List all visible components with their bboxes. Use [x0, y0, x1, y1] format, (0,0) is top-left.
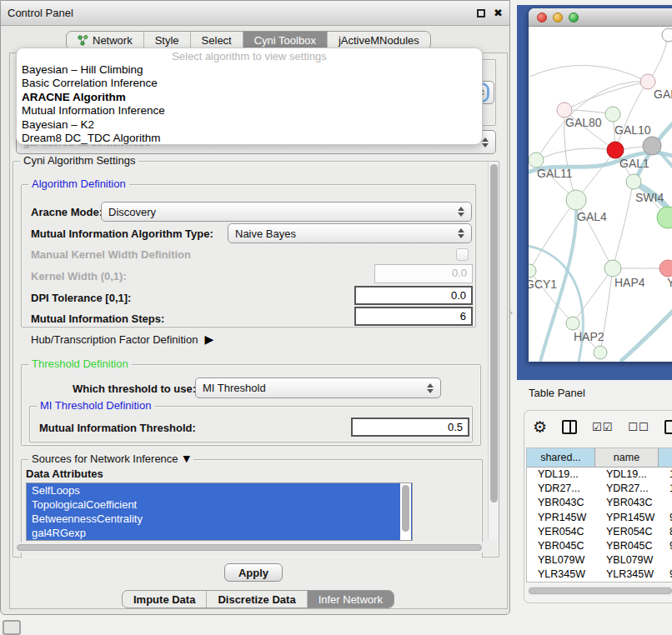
table-cell: 9. [659, 568, 672, 582]
aracne-mode-label: Aracne Mode: [31, 206, 103, 218]
network-node-label: SWI4 [635, 191, 664, 204]
tab-cyni-toolbox[interactable]: Cyni Toolbox [243, 32, 328, 49]
tab-select[interactable]: Select [191, 32, 243, 49]
minimize-window-icon[interactable] [553, 12, 563, 22]
table-row[interactable]: YDL19...YDL19...13 [527, 468, 672, 482]
settings-horizontal-scrollbar[interactable] [16, 542, 484, 552]
table-cell: 12 [659, 482, 672, 496]
mi-steps-field[interactable]: 6 [354, 307, 473, 326]
network-node[interactable] [529, 152, 544, 168]
table-cell: YER054C [527, 525, 595, 539]
algorithm-option[interactable]: Bayesian – K2 [17, 118, 482, 132]
cyni-algorithm-settings-title: Cyni Algorithm Settings [20, 154, 138, 167]
tab-network[interactable]: Network [67, 32, 144, 49]
table-cell: 9. [659, 511, 672, 525]
panel-splitter-handle[interactable]: › [510, 309, 514, 317]
which-threshold-combo[interactable]: MI Threshold [195, 378, 441, 398]
tab-discretize-data[interactable]: Discretize Data [207, 591, 307, 608]
table-row[interactable]: YDR27...YDR27...12 [527, 482, 672, 496]
mi-threshold-field[interactable]: 0.5 [351, 418, 469, 437]
attribute-item[interactable]: BetweennessCentrality [27, 512, 412, 526]
network-node[interactable] [659, 260, 672, 277]
table-row[interactable]: YBL079WYBL079W [527, 553, 672, 568]
network-canvas[interactable]: GALGAL80GAL10GAL1GAL11SWI4GAL4GCY1HAP4YH… [529, 27, 672, 362]
network-node[interactable] [605, 107, 620, 122]
new-table-icon[interactable] [664, 420, 672, 434]
table-row[interactable]: YPR145WYPR145W9. [527, 511, 672, 525]
network-node[interactable] [607, 142, 624, 158]
network-node-label: GCY1 [529, 278, 557, 291]
network-node[interactable] [643, 137, 661, 155]
algorithm-option[interactable]: Mutual Information Inference [17, 104, 482, 118]
combo-stepper-icon [458, 228, 464, 238]
combo-stepper-icon [482, 138, 489, 148]
sources-title-row[interactable]: Sources for Network Inference ▼ [28, 452, 193, 465]
algorithm-option[interactable]: Bayesian – Hill Climbing [17, 63, 482, 77]
table-toolbar: ⚙ ☑☑ ☐☐ [533, 419, 672, 435]
network-node[interactable] [529, 264, 536, 278]
tab-impute-data[interactable]: Impute Data [123, 591, 207, 608]
network-node[interactable] [566, 317, 579, 330]
node-table[interactable]: shared... name A YDL19...YDL19...13YDR27… [526, 448, 672, 582]
close-window-icon[interactable] [537, 12, 547, 22]
which-threshold-value: MI Threshold [203, 382, 266, 394]
select-all-checkboxes-icon[interactable]: ☑☑ [592, 421, 613, 433]
aracne-mode-combo[interactable]: Discovery [101, 202, 472, 222]
column-header-name[interactable]: name [595, 448, 659, 467]
network-node[interactable] [662, 28, 672, 42]
table-row[interactable]: YLR345WYLR345W9. [527, 568, 672, 582]
algorithm-popup-list: Bayesian – Hill ClimbingBasic Correlatio… [17, 63, 482, 145]
deselect-all-checkboxes-icon[interactable]: ☐☐ [628, 421, 649, 433]
attributes-vertical-scrollbar[interactable] [400, 483, 411, 540]
manual-kernel-checkbox[interactable] [456, 248, 469, 261]
table-cell: YBR045C [595, 539, 659, 553]
kernel-width-label: Kernel Width (0,1): [31, 270, 127, 282]
float-window-icon[interactable] [477, 9, 485, 18]
network-node[interactable] [604, 260, 621, 277]
attribute-item[interactable]: SelfLoops [27, 483, 412, 498]
table-row[interactable]: YBR043CYBR043C [527, 496, 672, 510]
network-node[interactable] [594, 346, 607, 359]
tab-style[interactable]: Style [144, 32, 191, 49]
algorithm-option[interactable]: ARACNE Algorithm [17, 91, 482, 104]
table-row[interactable]: YBR045CYBR045C9. [527, 539, 672, 553]
column-header-shared-name[interactable]: shared... [527, 448, 595, 467]
tab-jactivemnodules[interactable]: jActiveMNodules [328, 32, 430, 49]
close-icon[interactable]: ✖ [494, 7, 503, 19]
zoom-window-icon[interactable] [569, 12, 579, 22]
desktop-background: GALGAL80GAL10GAL1GAL11SWI4GAL4GCY1HAP4YH… [517, 5, 672, 380]
tab-infer-network[interactable]: Infer Network [308, 591, 394, 608]
tab-infer-network-label: Infer Network [318, 593, 383, 606]
columns-icon[interactable] [562, 420, 577, 434]
network-node[interactable] [566, 190, 586, 210]
table-cell: YBL079W [527, 553, 595, 568]
table-row[interactable]: YER054CYER054C8. [527, 525, 672, 539]
data-attributes-list[interactable]: SelfLoopsTopologicalCoefficientBetweenne… [26, 482, 413, 541]
table-panel: ⚙ ☑☑ ☐☐ shared... name A YDL19...YDL19..… [524, 410, 672, 603]
network-node-label: GAL80 [565, 116, 602, 129]
kernel-width-field[interactable]: 0.0 [374, 264, 473, 283]
column-header-third[interactable]: A [659, 448, 672, 467]
algorithm-option[interactable]: Basic Correlation Inference [17, 77, 482, 90]
apply-button[interactable]: Apply [224, 563, 283, 582]
table-row[interactable]: YJL052CYJL052C9 [527, 582, 672, 583]
settings-vertical-scrollbar[interactable] [488, 162, 499, 539]
tab-cyni-toolbox-label: Cyni Toolbox [254, 34, 316, 47]
hub-definition-expander[interactable]: Hub/Transcription Factor Definition ▶ [31, 332, 213, 346]
mi-type-combo[interactable]: Naive Bayes [228, 223, 472, 243]
table-cell: YJL052C [595, 582, 659, 583]
network-node[interactable] [657, 207, 672, 228]
gear-icon[interactable]: ⚙ [533, 419, 547, 435]
attribute-item[interactable]: TopologicalCoefficient [27, 498, 412, 512]
network-node-label: GAL10 [614, 123, 651, 137]
network-node[interactable] [626, 174, 641, 189]
dpi-tolerance-field[interactable]: 0.0 [354, 286, 473, 305]
network-window-titlebar[interactable] [529, 8, 672, 27]
table-cell: 9. [659, 539, 672, 553]
table-horizontal-scrollbar[interactable] [528, 586, 672, 596]
mi-type-label: Mutual Information Algorithm Type: [31, 228, 213, 240]
algorithm-option[interactable]: Dream8 DC_TDC Algorithm [17, 132, 482, 145]
network-node-label: GAL4 [577, 210, 607, 223]
collapsed-panel-button[interactable] [3, 620, 21, 635]
attribute-item[interactable]: gal4RGexp [27, 526, 412, 540]
